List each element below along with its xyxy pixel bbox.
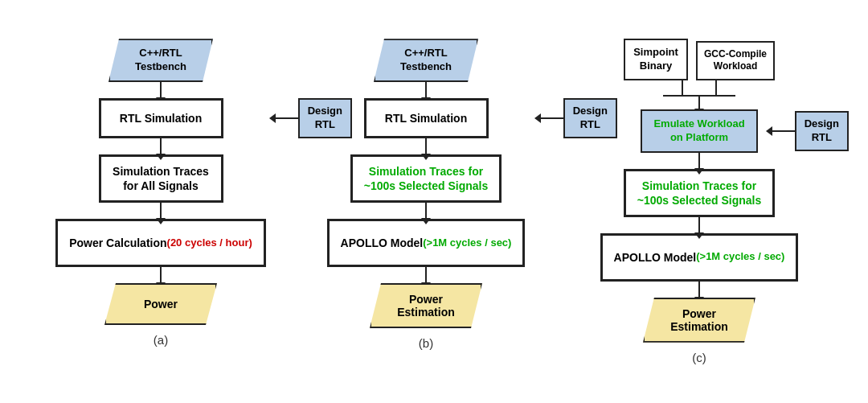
arrow-a4 xyxy=(160,267,162,283)
side-arrow-a xyxy=(269,113,298,123)
rtl-row-b: RTL Simulation DesignRTL xyxy=(305,98,547,138)
arrowhead-b xyxy=(534,113,541,123)
arrow-a3 xyxy=(160,203,162,219)
power-calc-a: Power Calculation (20 cycles / hour) xyxy=(55,219,266,267)
side-line-c xyxy=(772,130,795,132)
top-arrows-c xyxy=(571,80,828,95)
side-line-b xyxy=(541,117,563,119)
apollo-c: APOLLO Model (>1M cycles / sec) xyxy=(600,233,799,282)
column-c: SimpointBinary GCC-CompileWorkload Emula… xyxy=(571,39,828,364)
apollo-b: APOLLO Model (>1M cycles / sec) xyxy=(327,219,526,267)
label-b: (b) xyxy=(419,336,433,350)
label-c: (c) xyxy=(692,351,706,364)
arrowhead-c xyxy=(766,126,772,136)
arrow-c-merge xyxy=(698,97,700,109)
emulate-box-c: Emulate Workloadon Platform xyxy=(641,109,757,153)
power-est-b: PowerEstimation xyxy=(370,283,482,328)
arrow-c1 xyxy=(698,153,700,169)
side-container-b: DesignRTL xyxy=(534,98,617,138)
rtl-sim-a: RTL Simulation xyxy=(99,98,223,138)
arrow-a2 xyxy=(160,138,162,154)
side-line-a xyxy=(276,117,298,119)
design-rtl-c: DesignRTL xyxy=(795,111,849,151)
simpoint-box-c: SimpointBinary xyxy=(624,39,688,80)
side-container-c: DesignRTL xyxy=(766,111,849,151)
diagram-container: C++/RTLTestbench RTL Simulation DesignRT… xyxy=(0,23,868,380)
arrow-b3 xyxy=(425,203,427,219)
arrow-b4 xyxy=(425,267,427,283)
sim-traces-c: Simulation Traces for~100s Selected Sign… xyxy=(624,169,775,217)
side-arrow-b xyxy=(534,113,563,123)
rtl-row-a: RTL Simulation DesignRTL xyxy=(40,98,281,138)
right-vline-c xyxy=(715,80,717,95)
arrow-c2 xyxy=(698,217,700,233)
gcc-box-c: GCC-CompileWorkload xyxy=(696,41,775,80)
design-rtl-b: DesignRTL xyxy=(563,98,617,138)
arrow-a1 xyxy=(160,82,162,98)
left-arrow-c xyxy=(682,80,683,95)
apollo-sub-c: (>1M cycles / sec) xyxy=(696,250,784,264)
emulate-row-c: Emulate Workloadon Platform DesignRTL xyxy=(627,109,772,153)
right-arrow-c xyxy=(715,80,717,95)
arrow-b2 xyxy=(425,138,427,154)
arrow-b1 xyxy=(425,82,427,98)
merge-c: Emulate Workloadon Platform DesignRTL xyxy=(627,95,772,153)
column-b: C++/RTLTestbench RTL Simulation DesignRT… xyxy=(305,39,547,350)
left-vline-c xyxy=(682,80,683,95)
arrowhead-a xyxy=(269,113,276,123)
label-a: (a) xyxy=(154,333,168,347)
top-box-b: C++/RTLTestbench xyxy=(374,39,478,82)
sim-traces-b: Simulation Traces for~100s Selected Sign… xyxy=(350,154,502,203)
power-est-c: PowerEstimation xyxy=(643,298,755,343)
arrow-c3 xyxy=(698,282,700,298)
power-out-a: Power xyxy=(104,283,217,325)
sim-traces-a: Simulation Tracesfor All Signals xyxy=(99,154,223,203)
rtl-sim-b: RTL Simulation xyxy=(364,98,489,138)
power-calc-sub-a: (20 cycles / hour) xyxy=(167,236,252,250)
apollo-sub-b: (>1M cycles / sec) xyxy=(423,236,511,250)
top-row-c: SimpointBinary GCC-CompileWorkload xyxy=(571,39,828,80)
column-a: C++/RTLTestbench RTL Simulation DesignRT… xyxy=(40,39,281,347)
top-box-a: C++/RTLTestbench xyxy=(108,39,213,82)
